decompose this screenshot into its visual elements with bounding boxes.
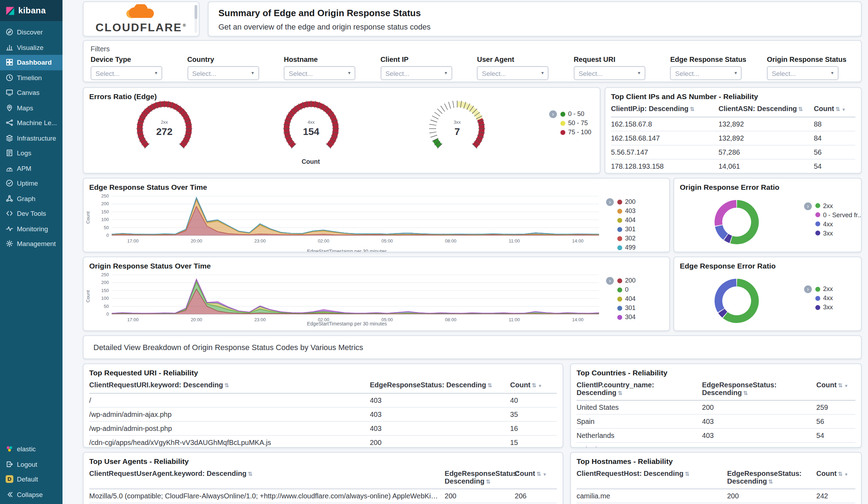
filter-select-origin-response-status[interactable]: Select...▾ bbox=[767, 66, 839, 80]
dashboard-subtitle: Get an overview of the edge and origin r… bbox=[218, 22, 851, 31]
sidebar-item-dev-tools[interactable]: Dev Tools bbox=[0, 206, 63, 221]
legend-dot bbox=[560, 111, 565, 116]
sidebar-item-dashboard[interactable]: Dashboard bbox=[0, 55, 63, 70]
filter-select-request-uri[interactable]: Select...▾ bbox=[574, 66, 645, 80]
table-header-cell[interactable]: ClientRequestHost: Descending⇅ bbox=[577, 467, 727, 481]
sort-caret-icon: ▼ bbox=[542, 472, 547, 477]
table-cell: 162.158.67.8 bbox=[611, 117, 718, 131]
legend-expand-icon[interactable]: › bbox=[606, 277, 614, 285]
svg-text:05:00: 05:00 bbox=[381, 317, 393, 322]
top-uri-panel: Top Requested URI - Reliability ClientRe… bbox=[83, 363, 563, 448]
legend-item[interactable]: 404 bbox=[617, 217, 636, 224]
svg-text:23:00: 23:00 bbox=[254, 317, 266, 322]
table-header-cell[interactable]: Count⇅▼ bbox=[816, 467, 855, 482]
legend-item[interactable]: 200 bbox=[617, 198, 636, 205]
filter-select-edge-response-status[interactable]: Select...▾ bbox=[670, 66, 742, 80]
origin-status-time-panel: Origin Response Status Over Time Count 0… bbox=[83, 257, 670, 331]
sidebar-item-visualize[interactable]: Visualize bbox=[0, 40, 63, 55]
legend-item[interactable]: 2xx bbox=[815, 285, 833, 292]
svg-text:3xx: 3xx bbox=[454, 119, 461, 125]
sidebar-item-label: Dev Tools bbox=[17, 210, 46, 218]
legend-item[interactable]: 404 bbox=[617, 295, 636, 302]
app-root: kibana DiscoverVisualizeDashboardTimelio… bbox=[0, 0, 868, 504]
scrollbar-thumb[interactable] bbox=[195, 5, 197, 19]
sidebar-item-logs[interactable]: Logs bbox=[0, 146, 63, 161]
table-header-cell[interactable]: EdgeResponseStatus: Descending⇅ bbox=[727, 467, 816, 489]
edge-ratio-donut-chart[interactable] bbox=[679, 271, 784, 330]
legend-item[interactable]: 302 bbox=[617, 235, 636, 242]
table-header-cell[interactable]: EdgeResponseStatus: Descending⇅ bbox=[702, 378, 816, 400]
note-text: Detailed View Breakdown of Origin Respon… bbox=[84, 336, 861, 358]
sort-caret-icon: ▼ bbox=[538, 384, 542, 388]
legend-item[interactable]: 0 bbox=[617, 286, 636, 293]
filter-select-user-agent[interactable]: Select...▾ bbox=[477, 66, 549, 80]
sidebar-item-management[interactable]: Management bbox=[0, 236, 63, 251]
panel-scrollbar[interactable] bbox=[195, 5, 197, 33]
svg-text:100: 100 bbox=[101, 296, 109, 301]
edge-status-area-chart[interactable]: 05010015020025017:0020:0023:0002:0005:00… bbox=[92, 193, 602, 245]
table-header-cell[interactable]: Count⇅▼ bbox=[814, 102, 855, 117]
legend-item[interactable]: 403 bbox=[617, 207, 636, 214]
filter-select-device-type[interactable]: Select...▾ bbox=[91, 66, 162, 80]
legend-item[interactable]: 75 - 100 bbox=[560, 129, 591, 136]
legend-item[interactable]: 0 - 50 bbox=[560, 110, 591, 117]
legend-item[interactable]: 4xx bbox=[815, 220, 862, 227]
sidebar-item-graph[interactable]: Graph bbox=[0, 191, 63, 206]
svg-text:17:00: 17:00 bbox=[127, 317, 139, 322]
chart-body: Count 05010015020025017:0020:0023:0002:0… bbox=[84, 271, 669, 323]
table-header-cell[interactable]: ClientIP.country_name: Descending⇅ bbox=[577, 378, 702, 400]
sidebar-item-elastic[interactable]: elastic bbox=[0, 441, 63, 457]
sidebar-item-infrastructure[interactable]: Infrastructure bbox=[0, 130, 63, 146]
legend-item[interactable]: 499 bbox=[617, 244, 636, 251]
sidebar-item-monitoring[interactable]: Monitoring bbox=[0, 221, 63, 236]
sidebar-item-collapse[interactable]: Collapse bbox=[0, 487, 63, 502]
dashboard-icon bbox=[6, 59, 13, 66]
legend-expand-icon[interactable]: › bbox=[549, 110, 557, 118]
svg-text:250: 250 bbox=[101, 272, 109, 277]
sidebar-item-canvas[interactable]: Canvas bbox=[0, 85, 63, 100]
svg-text:50: 50 bbox=[104, 225, 109, 230]
origin-status-area-chart[interactable]: 05010015020025017:0020:0023:0002:0005:00… bbox=[92, 271, 602, 323]
sidebar-item-discover[interactable]: Discover bbox=[0, 25, 63, 40]
legend-item[interactable]: 4xx bbox=[815, 295, 833, 302]
gauge-chart: 3xx7 bbox=[423, 98, 491, 160]
legend-item[interactable]: 200 bbox=[617, 277, 636, 284]
table-header-cell[interactable]: ClientASN: Descending⇅ bbox=[718, 102, 814, 116]
table-header-cell[interactable]: Count⇅▼ bbox=[515, 467, 557, 482]
legend-item[interactable]: 301 bbox=[617, 304, 636, 311]
legend-expand-icon[interactable]: › bbox=[606, 198, 614, 206]
legend-item[interactable]: 301 bbox=[617, 226, 636, 233]
filter-select-client-ip[interactable]: Select...▾ bbox=[380, 66, 452, 80]
legend-item[interactable]: 50 - 75 bbox=[560, 119, 591, 127]
filter-select-country[interactable]: Select...▾ bbox=[187, 66, 259, 80]
legend-item[interactable]: 3xx bbox=[815, 230, 862, 237]
legend-expand-icon[interactable]: › bbox=[804, 285, 812, 293]
sidebar-item-label: Logout bbox=[17, 460, 37, 468]
sidebar-item-uptime[interactable]: Uptime bbox=[0, 176, 63, 191]
table-header-cell[interactable]: ClientRequestUserAgent.keyword: Descendi… bbox=[89, 467, 445, 481]
kibana-logo[interactable]: kibana bbox=[0, 0, 63, 21]
table-header-cell[interactable]: EdgeResponseStatus: Descending⇅ bbox=[445, 467, 515, 489]
table-header-cell[interactable]: Count⇅▼ bbox=[510, 378, 557, 393]
legend-item[interactable]: 2xx bbox=[815, 202, 862, 209]
table-row: /40340 bbox=[89, 394, 557, 408]
sidebar-item-timelion[interactable]: Timelion bbox=[0, 70, 63, 85]
sidebar-item-logout[interactable]: Logout bbox=[0, 457, 63, 472]
sidebar-item-machine-le[interactable]: Machine Le... bbox=[0, 115, 63, 130]
origin-ratio-donut-chart[interactable] bbox=[679, 193, 784, 252]
legend-item[interactable]: 0 - Served fr... bbox=[815, 211, 862, 218]
filter-select-hostname[interactable]: Select...▾ bbox=[284, 66, 355, 80]
table-header-cell[interactable]: ClientIP.ip: Descending⇅ bbox=[611, 102, 718, 116]
legend-item[interactable]: 3xx bbox=[815, 304, 833, 311]
legend-expand-icon[interactable]: › bbox=[804, 202, 812, 210]
legend-item[interactable]: 304 bbox=[617, 314, 636, 321]
top-uri-table: ClientRequestURI.keyword: Descending⇅Edg… bbox=[84, 378, 563, 448]
table-cell: 259 bbox=[816, 401, 855, 414]
sidebar-item-apm[interactable]: APM bbox=[0, 161, 63, 176]
table-header-cell[interactable]: Count⇅▼ bbox=[816, 378, 855, 393]
sidebar-item-default[interactable]: DDefault bbox=[0, 472, 63, 487]
table-header-cell[interactable]: ClientRequestURI.keyword: Descending⇅ bbox=[89, 378, 370, 392]
sidebar-item-maps[interactable]: Maps bbox=[0, 100, 63, 115]
elastic-logo-icon bbox=[6, 445, 13, 453]
table-header-cell[interactable]: EdgeResponseStatus: Descending⇅ bbox=[370, 378, 510, 392]
